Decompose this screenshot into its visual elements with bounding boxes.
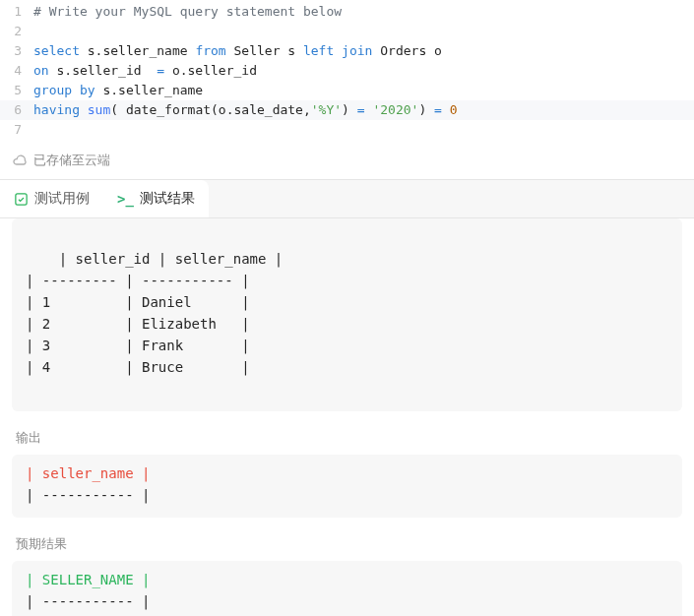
tab-test-cases-label: 测试用例 — [34, 190, 90, 208]
expected-label: 预期结果 — [12, 522, 682, 561]
expected-row: | ----------- | — [26, 590, 668, 612]
code-text[interactable]: # Write your MySQL query statement below — [33, 2, 694, 22]
tab-test-results-label: 测试结果 — [140, 190, 195, 208]
cloud-icon — [12, 153, 28, 168]
line-number: 1 — [0, 2, 33, 22]
code-text[interactable]: having sum( date_format(o.sale_date,'%Y'… — [33, 100, 694, 120]
code-text[interactable] — [33, 120, 694, 140]
expected-row: | SELLER_NAME | — [26, 569, 668, 590]
code-text[interactable]: select s.seller_name from Seller s left … — [33, 41, 694, 61]
expected-block: | SELLER_NAME || ----------- || Bruce | — [12, 561, 682, 616]
line-number: 2 — [0, 22, 33, 41]
cloud-saved-bar: 已存储至云端 — [0, 140, 694, 180]
svg-rect-0 — [16, 193, 27, 204]
cloud-saved-label: 已存储至云端 — [33, 152, 110, 169]
expected-row: | Bruce | — [26, 612, 668, 616]
editor-line[interactable]: 1# Write your MySQL query statement belo… — [0, 2, 694, 22]
output-row: | seller_name | — [26, 462, 668, 484]
tab-bar-wrap: 测试用例 >_ 测试结果 — [0, 180, 694, 218]
code-text[interactable]: on s.seller_id = o.seller_id — [33, 61, 694, 81]
code-text[interactable] — [33, 22, 694, 41]
tab-test-results[interactable]: >_ 测试结果 — [103, 180, 209, 217]
tab-bar: 测试用例 >_ 测试结果 — [0, 180, 209, 217]
line-number: 7 — [0, 120, 33, 140]
line-number: 4 — [0, 61, 33, 81]
line-number: 3 — [0, 41, 33, 61]
results-pane: | seller_id | seller_name | | --------- … — [0, 218, 694, 616]
line-number: 6 — [0, 100, 33, 120]
code-editor[interactable]: 1# Write your MySQL query statement belo… — [0, 0, 694, 140]
editor-line[interactable]: 5group by s.seller_name — [0, 81, 694, 100]
editor-line[interactable]: 6having sum( date_format(o.sale_date,'%Y… — [0, 100, 694, 120]
code-text[interactable]: group by s.seller_name — [33, 81, 694, 100]
editor-line[interactable]: 4on s.seller_id = o.seller_id — [0, 61, 694, 81]
editor-line[interactable]: 7 — [0, 120, 694, 140]
checkbox-icon — [14, 192, 29, 207]
input-table-text: | seller_id | seller_name | | --------- … — [26, 251, 283, 375]
tab-test-cases[interactable]: 测试用例 — [0, 180, 103, 217]
editor-line[interactable]: 2 — [0, 22, 694, 41]
input-table-block: | seller_id | seller_name | | --------- … — [12, 218, 682, 411]
prompt-icon: >_ — [117, 191, 134, 207]
output-block: | seller_name || ----------- | — [12, 455, 682, 518]
line-number: 5 — [0, 81, 33, 100]
output-label: 输出 — [12, 415, 682, 455]
editor-line[interactable]: 3select s.seller_name from Seller s left… — [0, 41, 694, 61]
output-row: | ----------- | — [26, 484, 668, 506]
